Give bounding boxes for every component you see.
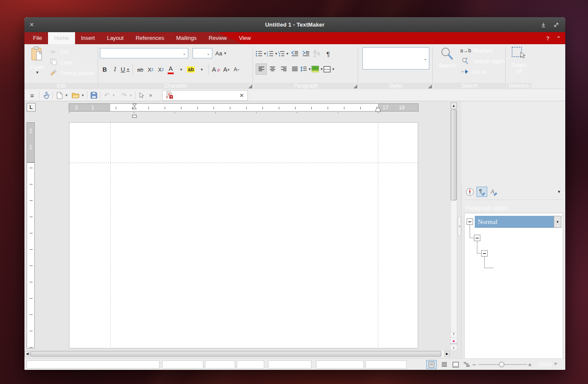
- decrease-indent-button[interactable]: [289, 48, 300, 59]
- open-document-dropdown[interactable]: ▼: [80, 91, 85, 100]
- scroll-up-button[interactable]: ▲: [451, 103, 457, 109]
- browse-object-button[interactable]: ●: [450, 338, 457, 344]
- bold-button[interactable]: B: [100, 64, 110, 75]
- cut-button[interactable]: ✂ Cut: [49, 48, 68, 56]
- vertical-ruler[interactable]: 2 1: [27, 122, 35, 348]
- copy-button[interactable]: Copy: [49, 58, 72, 67]
- sidebar-tab-navigation[interactable]: [464, 187, 475, 197]
- multilevel-list-button[interactable]: 1 ▼: [278, 48, 289, 59]
- styles-dialog-launcher[interactable]: [428, 85, 432, 88]
- new-document-button[interactable]: [55, 91, 64, 100]
- format-painter-button[interactable]: Format painter: [49, 69, 95, 78]
- borders-button[interactable]: ▼: [323, 63, 335, 75]
- hamburger-menu-button[interactable]: ≡: [28, 91, 36, 100]
- tree-collapse-box[interactable]: [481, 250, 488, 257]
- fullscreen-view-button[interactable]: [450, 360, 461, 369]
- redo-dropdown[interactable]: ▼: [128, 91, 133, 100]
- font-size-combo[interactable]: ⌄: [193, 48, 212, 58]
- sidebar-splitter-handle[interactable]: ◂: [458, 216, 461, 236]
- subscript-button[interactable]: X2: [145, 64, 156, 75]
- tree-collapse-box[interactable]: [474, 235, 480, 241]
- bullet-list-button[interactable]: ▼: [256, 48, 267, 59]
- search-again-button[interactable]: Search again: [460, 57, 505, 65]
- horizontal-scrollbar[interactable]: ◀ ▶: [24, 350, 450, 357]
- collapse-ribbon-button[interactable]: ⌃: [556, 35, 561, 42]
- sidebar-menu-dropdown[interactable]: ▼: [557, 190, 561, 194]
- zoom-in-button[interactable]: +: [528, 360, 534, 369]
- search-button[interactable]: Search: [436, 46, 458, 69]
- sort-button[interactable]: AZ ⇅: [311, 48, 323, 59]
- paste-button[interactable]: Paste ▼: [28, 46, 47, 82]
- enlarge-font-button[interactable]: A+: [221, 64, 232, 75]
- outline-view-button[interactable]: [461, 360, 472, 369]
- styles-tree-listbox[interactable]: Normal ▼: [464, 213, 563, 370]
- highlight-dropdown[interactable]: ▼: [196, 64, 206, 75]
- touch-mode-button[interactable]: [42, 91, 51, 100]
- normal-view-button[interactable]: [439, 360, 449, 369]
- select-all-button[interactable]: Select all: [508, 46, 530, 74]
- font-color-button[interactable]: A: [166, 64, 175, 75]
- menu-review[interactable]: Review: [202, 32, 233, 44]
- highlight-button[interactable]: ab: [186, 64, 196, 75]
- change-case-button[interactable]: Aa ▼: [215, 48, 227, 59]
- window-minimize-button[interactable]: [540, 21, 547, 29]
- page-view-button[interactable]: [426, 360, 437, 369]
- vertical-scrollbar[interactable]: ▲ ▼: [450, 102, 457, 350]
- toolbar-overflow-button[interactable]: »: [147, 91, 154, 100]
- style-item-dropdown[interactable]: ▼: [554, 216, 561, 228]
- shading-button[interactable]: ▼: [311, 63, 323, 75]
- menu-mailings[interactable]: Mailings: [170, 32, 203, 44]
- zoom-out-button[interactable]: −: [472, 360, 478, 369]
- reduce-font-button[interactable]: A−: [232, 64, 242, 75]
- menu-home[interactable]: Home: [48, 32, 75, 44]
- goto-button[interactable]: Go to: [460, 68, 505, 76]
- scroll-left-button[interactable]: ◀: [24, 351, 30, 357]
- zoom-slider-knob[interactable]: [499, 362, 504, 367]
- formatting-marks-button[interactable]: ¶: [323, 48, 334, 59]
- sidebar-tab-character-styles[interactable]: A: [488, 187, 499, 197]
- menu-file[interactable]: File: [27, 32, 48, 44]
- document-page[interactable]: [69, 122, 418, 348]
- undo-button[interactable]: ↶: [103, 91, 111, 100]
- styles-combo[interactable]: ⌄: [362, 47, 429, 70]
- italic-button[interactable]: I: [110, 64, 120, 75]
- open-document-button[interactable]: [71, 91, 80, 100]
- justify-button[interactable]: [289, 63, 300, 75]
- underline-button[interactable]: U▼: [120, 64, 130, 75]
- align-left-button[interactable]: [256, 63, 267, 75]
- paste-dropdown[interactable]: ▼: [28, 70, 47, 75]
- redo-button[interactable]: ↷: [120, 91, 128, 100]
- menu-layout[interactable]: Layout: [101, 32, 130, 44]
- align-right-button[interactable]: [278, 63, 289, 75]
- object-mode-button[interactable]: [138, 91, 145, 100]
- indent-base-marker[interactable]: [132, 112, 137, 120]
- replace-button[interactable]: a→b Replace: [460, 47, 505, 54]
- strikethrough-button[interactable]: ab: [135, 64, 145, 75]
- next-page-button[interactable]: ⤓: [450, 345, 457, 351]
- increase-indent-button[interactable]: [300, 48, 311, 59]
- tab-close-button[interactable]: ✕: [239, 92, 244, 99]
- help-button[interactable]: ?: [546, 35, 549, 42]
- align-center-button[interactable]: [267, 63, 278, 75]
- menu-insert[interactable]: Insert: [75, 32, 101, 44]
- tab-type-selector[interactable]: L: [27, 103, 36, 112]
- reset-formatting-button[interactable]: A: [211, 64, 221, 75]
- previous-page-button[interactable]: ⤒: [450, 332, 457, 338]
- paragraph-dialog-launcher[interactable]: [353, 85, 357, 88]
- save-button[interactable]: [90, 91, 98, 100]
- document-tab[interactable]: T ✕: [162, 90, 248, 101]
- character-dialog-launcher[interactable]: [248, 85, 252, 88]
- font-name-combo[interactable]: ⌄: [100, 48, 188, 58]
- line-spacing-button[interactable]: ▼: [300, 63, 311, 75]
- style-item-normal[interactable]: Normal: [475, 216, 554, 228]
- menu-view[interactable]: View: [233, 32, 257, 44]
- undo-dropdown[interactable]: ▼: [111, 91, 116, 100]
- menu-references[interactable]: References: [130, 32, 170, 44]
- superscript-button[interactable]: X2: [156, 64, 166, 75]
- scroll-right-button[interactable]: ▶: [444, 351, 450, 357]
- tree-collapse-box[interactable]: [467, 218, 473, 225]
- horizontal-scrollbar-thumb[interactable]: [30, 351, 441, 357]
- font-color-dropdown[interactable]: ▼: [175, 64, 186, 75]
- window-maximize-button[interactable]: [552, 21, 560, 29]
- window-close-button[interactable]: ✕: [28, 21, 36, 29]
